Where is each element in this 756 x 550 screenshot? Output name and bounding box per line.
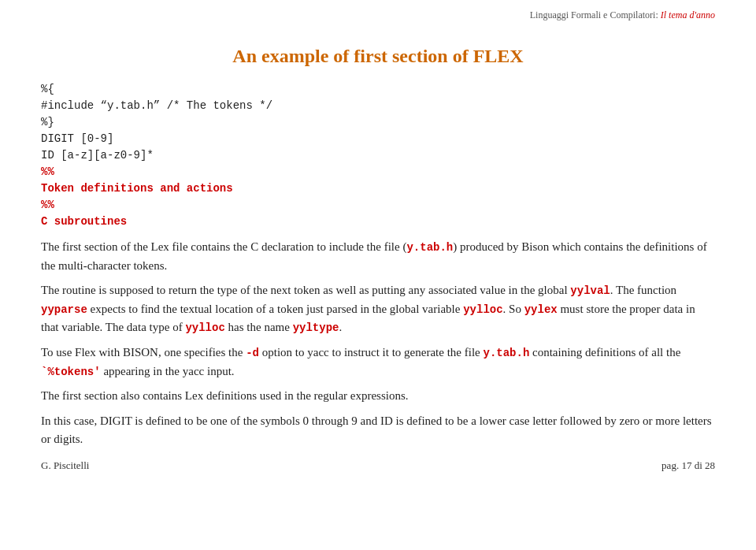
para2-post5: has the name <box>225 321 293 333</box>
para2-post6: . <box>339 321 342 333</box>
header-bar: Linguaggi Formali e Compilatori: Il tema… <box>530 9 715 21</box>
page: Linguaggi Formali e Compilatori: Il tema… <box>0 0 756 483</box>
code-line-1: %{ <box>41 81 715 98</box>
para2-code6: yyltype <box>293 321 339 334</box>
para3-code3: `%tokens' <box>41 366 101 378</box>
para1-code1: y.tab.h <box>406 241 453 254</box>
code-line-8: %% <box>41 197 715 214</box>
page-title: An example of first section of FLEX <box>41 46 715 67</box>
header-highlight: Il tema d'anno <box>661 9 715 20</box>
para3-post: containing definitions of all the <box>529 346 680 359</box>
prose: The first section of the Lex file contai… <box>41 238 715 448</box>
para3-code1: -d <box>246 347 259 359</box>
footer: G. Piscitelli pag. 17 di 28 <box>41 459 715 472</box>
para1-pre: The first section of the Lex file contai… <box>41 240 406 253</box>
code-line-5: ID [a-z][a-z0-9]* <box>41 147 715 164</box>
para-4: The first section also contains Lex defi… <box>41 387 715 405</box>
code-line-3: %} <box>41 114 715 131</box>
para2-code3: yylloc <box>463 303 502 316</box>
footer-left: G. Piscitelli <box>41 459 89 472</box>
para2-post: . The function <box>610 284 676 296</box>
para2-code5: yylloc <box>185 321 224 334</box>
para2-post3: . So <box>503 303 524 315</box>
para2-code2: yyparse <box>41 303 87 316</box>
code-line-6: %% <box>41 164 715 180</box>
para2-code4: yylex <box>524 303 558 316</box>
code-line-7: Token definitions and actions <box>41 180 715 197</box>
para-1: The first section of the Lex file contai… <box>41 238 715 275</box>
code-block: %{ #include “y.tab.h” /* The tokens */ %… <box>41 81 715 230</box>
code-line-9: C subroutines <box>41 214 715 230</box>
para3-post2: appearing in the yacc input. <box>101 365 235 377</box>
code-line-2: #include “y.tab.h” /* The tokens */ <box>41 98 715 114</box>
header-label: Linguaggi Formali e Compilatori: <box>530 9 661 20</box>
para2-post2: expects to find the textual location of … <box>87 303 463 315</box>
para2-code1: yylval <box>570 284 610 297</box>
code-line-4: DIGIT [0-9] <box>41 131 715 147</box>
para-5: In this case, DIGIT is defined to be one… <box>41 412 715 449</box>
para-3: To use Flex with BISON, one specifies th… <box>41 344 715 381</box>
footer-right: pag. 17 di 28 <box>662 459 715 472</box>
para-2: The routine is supposed to return the ty… <box>41 281 715 337</box>
para3-mid: option to yacc to instruct it to generat… <box>259 346 484 359</box>
para3-code2: y.tab.h <box>483 347 529 359</box>
para3-pre: To use Flex with BISON, one specifies th… <box>41 346 246 359</box>
para2-pre: The routine is supposed to return the ty… <box>41 284 570 296</box>
